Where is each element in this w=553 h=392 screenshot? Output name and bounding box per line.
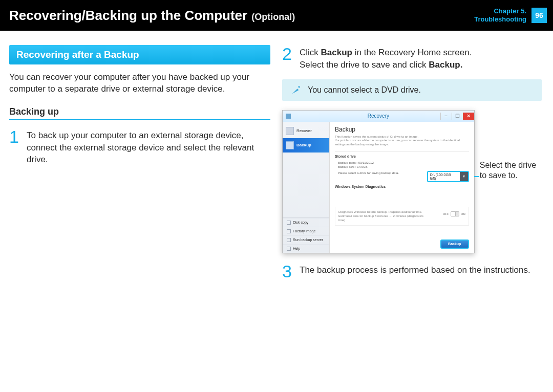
page-title-optional: (Optional) <box>251 12 295 23</box>
disk-copy-icon <box>287 221 291 225</box>
backup-point: Backup point : 09/11/2012 <box>338 161 466 164</box>
sidebar-item-recover[interactable]: Recover <box>283 124 329 138</box>
section-heading-bar: Recovering after a Backup <box>9 45 270 64</box>
sidebar-item-label: Recover <box>296 128 312 133</box>
server-icon <box>287 238 291 242</box>
sidebar-factory-image[interactable]: Factory image <box>283 227 329 235</box>
chapter-label: Chapter 5. Troubleshooting <box>474 7 526 23</box>
step-text: Click Backup in the Recovery Home screen… <box>300 45 472 71</box>
sidebar-btn-label: Run backup server <box>293 238 323 242</box>
page-number-badge: 96 <box>531 8 547 23</box>
subheading-backing-up: Backing up <box>9 106 270 120</box>
chevron-down-icon: ▾ <box>460 172 468 181</box>
note-box: You cannot select a DVD drive. <box>282 79 542 101</box>
callout-label: Select the drive to save to. <box>480 110 544 182</box>
page-title: Recovering/Backing up the Computer <box>9 8 247 24</box>
step-1: 1 To back up your computer to an externa… <box>9 128 271 166</box>
header-right: Chapter 5. Troubleshooting 96 <box>474 7 547 23</box>
diagnostics-label: Windows System Diagnostics <box>335 185 469 188</box>
panel-description: This function saves the current status o… <box>335 135 469 147</box>
toggle-track <box>451 211 459 216</box>
step-number: 1 <box>9 128 20 166</box>
diagnostics-toggle[interactable]: OFF ON <box>443 210 465 217</box>
app-sidebar: Recover Backup Disk copy Factory image R… <box>283 122 330 253</box>
factory-image-icon <box>287 229 291 233</box>
drive-select-dropdown[interactable]: D:\ (100.0GB left) ▾ <box>427 171 469 182</box>
app-content: Recover Backup Disk copy Factory image R… <box>283 122 474 253</box>
recover-icon <box>286 127 294 135</box>
step-text: To back up your computer to an external … <box>27 128 271 166</box>
sidebar-disk-copy[interactable]: Disk copy <box>283 218 329 227</box>
sidebar-item-backup[interactable]: Backup <box>283 138 329 153</box>
header-title-group: Recovering/Backing up the Computer (Opti… <box>9 8 295 24</box>
note-icon <box>290 84 302 96</box>
sidebar-btn-label: Factory image <box>293 229 315 233</box>
window-controls: − ☐ ✕ <box>440 113 474 120</box>
step-number: 3 <box>282 263 293 280</box>
chapter-name: Troubleshooting <box>474 15 526 24</box>
step-3: 3 The backup process is performed based … <box>282 263 544 280</box>
app-logo-icon <box>286 114 291 119</box>
page-header: Recovering/Backing up the Computer (Opti… <box>0 0 553 31</box>
sidebar-bottom: Disk copy Factory image Run backup serve… <box>283 217 329 253</box>
sidebar-run-backup-server[interactable]: Run backup server <box>283 235 329 244</box>
minimize-button[interactable]: − <box>440 113 452 120</box>
step-text-bold: Backup <box>321 48 352 57</box>
step-2: 2 Click Backup in the Recovery Home scre… <box>282 45 544 71</box>
page-body: Recovering after a Backup You can recove… <box>0 31 553 287</box>
step-text-bold: Backup. <box>429 60 462 70</box>
step-text-part: Click <box>300 48 321 57</box>
diagnostics-row: Diagnoses Windows before backup. Require… <box>335 207 469 226</box>
right-column: 2 Click Backup in the Recovery Home scre… <box>282 45 544 287</box>
app-title: Recovery <box>368 113 389 119</box>
sidebar-help[interactable]: Help <box>283 244 329 253</box>
panel-title: Backup <box>335 126 469 133</box>
diagnostics-text: Diagnoses Windows before backup. Require… <box>338 210 431 222</box>
divider <box>335 151 469 151</box>
recovery-app-window: Recovery − ☐ ✕ Recover <box>282 110 475 253</box>
drive-selected-value: D:\ (100.0GB left) <box>428 173 460 180</box>
backup-size: Backup size : 14.0GB <box>338 165 466 168</box>
left-column: Recovering after a Backup You can recove… <box>9 45 271 287</box>
backup-button[interactable]: Backup <box>440 239 469 249</box>
sidebar-item-label: Backup <box>296 143 311 147</box>
toggle-on-label: ON <box>461 212 465 215</box>
note-text: You cannot select a DVD drive. <box>308 85 421 95</box>
intro-paragraph: You can recover your computer after you … <box>9 72 271 95</box>
maximize-button[interactable]: ☐ <box>452 113 463 120</box>
sidebar-btn-label: Help <box>293 247 300 250</box>
backup-icon <box>286 141 294 149</box>
screenshot-with-callout: Recovery − ☐ ✕ Recover <box>282 110 544 253</box>
stored-drive-label: Stored drive <box>335 155 469 158</box>
toggle-off-label: OFF <box>443 212 449 215</box>
panel-footer: Backup <box>440 239 469 249</box>
close-button[interactable]: ✕ <box>463 113 474 120</box>
step-number: 2 <box>282 45 293 71</box>
help-icon <box>287 247 291 251</box>
app-main-panel: Backup This function saves the current s… <box>330 122 474 253</box>
sidebar-btn-label: Disk copy <box>293 221 308 224</box>
step-text: The backup process is performed based on… <box>300 263 530 280</box>
app-titlebar: Recovery − ☐ ✕ <box>283 111 474 122</box>
chapter-number: Chapter 5. <box>474 7 526 15</box>
callout-connector <box>474 176 479 177</box>
